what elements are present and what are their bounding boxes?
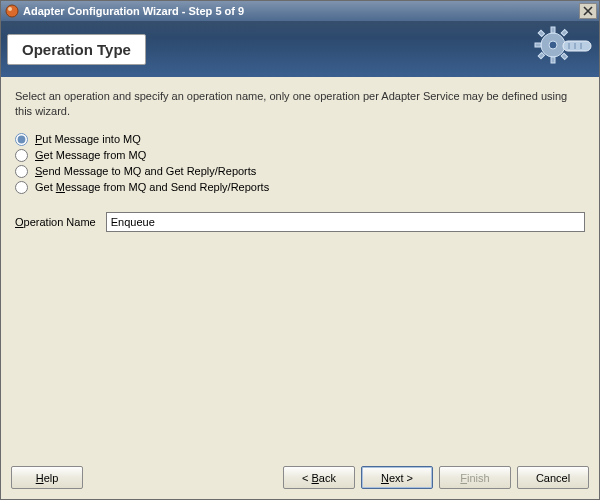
radio-send-label: Send Message to MQ and Get Reply/Reports <box>35 165 256 177</box>
titlebar: Adapter Configuration Wizard - Step 5 of… <box>1 1 599 21</box>
window-title: Adapter Configuration Wizard - Step 5 of… <box>23 5 579 17</box>
svg-rect-4 <box>551 57 555 63</box>
radio-getr-input[interactable] <box>15 181 28 194</box>
radio-get-label: Get Message from MQ <box>35 149 146 161</box>
svg-point-0 <box>6 5 18 17</box>
operation-name-input[interactable] <box>106 212 585 232</box>
radio-put-label: Put Message into MQ <box>35 133 141 145</box>
svg-rect-12 <box>563 41 591 51</box>
app-icon <box>5 4 19 18</box>
radio-send-input[interactable] <box>15 165 28 178</box>
content-area: Select an operation and specify an opera… <box>1 77 599 458</box>
instruction-text: Select an operation and specify an opera… <box>15 89 585 119</box>
radio-getr-label: Get Message from MQ and Send Reply/Repor… <box>35 181 269 193</box>
svg-rect-7 <box>538 30 544 36</box>
operation-type-radio-group: Put Message into MQ Get Message from MQ … <box>15 133 585 194</box>
radio-put-message[interactable]: Put Message into MQ <box>15 133 585 146</box>
operation-name-label: Operation Name <box>15 216 96 228</box>
svg-rect-5 <box>535 43 541 47</box>
close-button[interactable] <box>579 3 597 19</box>
radio-send-message[interactable]: Send Message to MQ and Get Reply/Reports <box>15 165 585 178</box>
header-band: Operation Type <box>1 21 599 77</box>
svg-rect-9 <box>561 29 567 35</box>
svg-rect-10 <box>538 52 544 58</box>
header-card: Operation Type <box>7 34 146 65</box>
finish-button: Finish <box>439 466 511 489</box>
wizard-window: Adapter Configuration Wizard - Step 5 of… <box>0 0 600 500</box>
cancel-button[interactable]: Cancel <box>517 466 589 489</box>
radio-get-reply[interactable]: Get Message from MQ and Send Reply/Repor… <box>15 181 585 194</box>
page-title: Operation Type <box>22 41 131 58</box>
operation-name-row: Operation Name <box>15 212 585 232</box>
svg-rect-3 <box>551 27 555 33</box>
svg-point-11 <box>549 41 557 49</box>
back-button[interactable]: < Back <box>283 466 355 489</box>
help-button[interactable]: Help <box>11 466 83 489</box>
radio-get-input[interactable] <box>15 149 28 162</box>
svg-point-1 <box>8 7 12 11</box>
radio-put-input[interactable] <box>15 133 28 146</box>
next-button[interactable]: Next > <box>361 466 433 489</box>
gear-decoration <box>533 25 593 75</box>
footer: Help < Back Next > Finish Cancel <box>1 458 599 499</box>
svg-rect-8 <box>561 53 567 59</box>
radio-get-message[interactable]: Get Message from MQ <box>15 149 585 162</box>
